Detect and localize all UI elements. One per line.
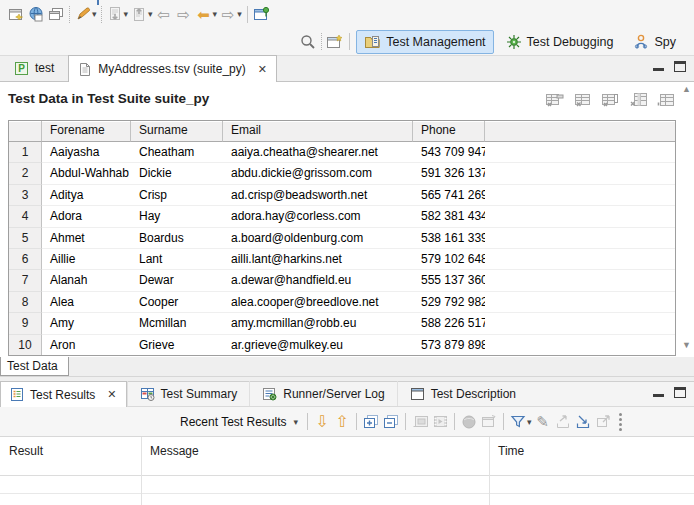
data-cell[interactable]: Abdul-Wahhab (42, 163, 131, 184)
row-number-cell[interactable]: 2 (9, 163, 42, 184)
forward-edit-location-icon[interactable]: ⇨ (174, 4, 194, 24)
data-cell[interactable]: Boardus (131, 228, 223, 249)
data-cell[interactable]: Grieve (131, 335, 223, 356)
data-cell[interactable] (485, 335, 675, 356)
tab-runner-server-log[interactable]: Runner/Server Log (249, 381, 396, 406)
table-row[interactable]: 3AdityaCrispad.crisp@beadsworth.net565 7… (9, 185, 675, 206)
dropdown-caret-icon[interactable]: ▾ (92, 9, 97, 19)
data-cell[interactable] (485, 142, 675, 163)
data-cell[interactable]: Mcmillan (131, 313, 223, 334)
data-cell[interactable] (485, 313, 675, 334)
search-icon[interactable] (298, 32, 318, 52)
overflow-handle-icon[interactable] (619, 413, 622, 431)
editor-tab-myaddresses[interactable]: MyAddresses.tsv (suite_py) ✕ (68, 55, 277, 82)
globe-icon[interactable] (459, 412, 479, 432)
data-cell[interactable]: a.board@oldenburg.com (223, 228, 413, 249)
new-window-icon[interactable] (479, 412, 499, 432)
column-header[interactable]: Phone (413, 121, 485, 142)
web-browser-icon[interactable] (26, 4, 46, 24)
table-row[interactable]: 2Abdul-WahhabDickieabdu.dickie@grissom.c… (9, 163, 675, 184)
import-icon[interactable] (573, 412, 593, 432)
close-icon[interactable]: ✕ (258, 63, 267, 76)
data-cell[interactable]: Aillie (42, 249, 131, 270)
row-number-cell[interactable]: 9 (9, 313, 42, 334)
editor-tab-test[interactable]: P test (0, 55, 68, 81)
data-cell[interactable]: Ahmet (42, 228, 131, 249)
data-cell[interactable]: Cooper (131, 292, 223, 313)
tab-test-description[interactable]: Test Description (397, 381, 528, 406)
filter-icon[interactable] (508, 412, 528, 432)
data-cell[interactable]: Aaiyasha (42, 142, 131, 163)
edit-pencil-icon[interactable]: ✎ (533, 412, 553, 432)
back-history-icon[interactable]: ⬅ (194, 4, 214, 24)
data-cell[interactable]: 573 879 8988 (413, 335, 485, 356)
data-cell[interactable] (485, 292, 675, 313)
data-cell[interactable]: 529 792 9823 (413, 292, 485, 313)
checkout-document-icon[interactable] (129, 4, 149, 24)
next-result-icon[interactable]: ⇩ (312, 412, 332, 432)
data-cell[interactable]: ad.crisp@beadsworth.net (223, 185, 413, 206)
minimize-icon[interactable] (653, 388, 664, 397)
data-cell[interactable]: 543 709 9479 (413, 142, 485, 163)
minimize-icon[interactable] (653, 62, 664, 71)
data-cell[interactable]: 591 326 1378 (413, 163, 485, 184)
table-row[interactable]: 9AmyMcmillanamy.mcmillan@robb.eu588 226 … (9, 313, 675, 334)
tab-test-results[interactable]: Test Results ✕ (0, 381, 127, 407)
row-number-cell[interactable]: 10 (9, 335, 42, 356)
data-cell[interactable] (485, 163, 675, 184)
sheet-tab-test-data[interactable]: Test Data (0, 357, 69, 376)
perspective-spy[interactable]: Spy (625, 30, 684, 54)
open-external-icon[interactable] (593, 412, 613, 432)
data-cell[interactable]: Aditya (42, 185, 131, 206)
data-cell[interactable]: a.dewar@handfield.eu (223, 270, 413, 291)
window-cascade-icon[interactable] (46, 4, 66, 24)
column-header[interactable]: Time (489, 437, 694, 475)
dropdown-caret-icon[interactable]: ▾ (527, 417, 532, 427)
expand-all-icon[interactable] (361, 412, 381, 432)
empty-result-row[interactable] (0, 494, 694, 505)
column-header[interactable]: Forename (42, 121, 131, 142)
video-icon[interactable] (430, 412, 450, 432)
screenshot-icon[interactable] (410, 412, 430, 432)
row-number-cell[interactable]: 5 (9, 228, 42, 249)
tab-test-summary[interactable]: Test Summary (127, 381, 250, 406)
export-icon[interactable] (553, 412, 573, 432)
dropdown-caret-icon[interactable]: ▾ (213, 9, 218, 19)
previous-result-icon[interactable]: ⇧ (332, 412, 352, 432)
row-number-cell[interactable]: 6 (9, 249, 42, 270)
recent-results-dropdown[interactable]: Recent Test Results ▾ (176, 413, 303, 431)
new-wizard-icon[interactable] (6, 4, 26, 24)
data-cell[interactable]: 555 137 3609 (413, 270, 485, 291)
data-cell[interactable] (485, 249, 675, 270)
row-number-cell[interactable]: 7 (9, 270, 42, 291)
close-icon[interactable]: ✕ (107, 388, 116, 401)
new-window-pin-icon[interactable] (252, 4, 272, 24)
data-cell[interactable]: ailli.lant@harkins.net (223, 249, 413, 270)
table-row[interactable]: 10AronGrievear.grieve@mulkey.eu573 879 8… (9, 335, 675, 356)
data-cell[interactable]: 565 741 2692 (413, 185, 485, 206)
column-header[interactable]: Message (141, 437, 489, 475)
row-number-cell[interactable]: 3 (9, 185, 42, 206)
data-cell[interactable]: amy.mcmillan@robb.eu (223, 313, 413, 334)
data-cell[interactable]: 538 161 3394 (413, 228, 485, 249)
scroll-up-icon[interactable]: ▲ (682, 84, 691, 94)
open-perspective-icon[interactable] (325, 32, 345, 52)
dropdown-caret-icon[interactable]: ▾ (148, 9, 153, 19)
data-cell[interactable]: Alea (42, 292, 131, 313)
data-cell[interactable] (485, 185, 675, 206)
table-row[interactable]: 6AillieLantailli.lant@harkins.net579 102… (9, 249, 675, 270)
data-cell[interactable]: Alanah (42, 270, 131, 291)
forward-history-icon[interactable]: ⇨ (218, 4, 238, 24)
scroll-down-icon[interactable]: ▼ (682, 340, 691, 350)
table-column-delete-icon[interactable] (629, 92, 648, 111)
maximize-icon[interactable] (674, 61, 686, 72)
data-cell[interactable]: Lant (131, 249, 223, 270)
back-edit-location-icon[interactable]: ⇦ (154, 4, 174, 24)
data-cell[interactable]: Dewar (131, 270, 223, 291)
empty-result-row[interactable] (0, 476, 694, 494)
column-header[interactable]: Email (223, 121, 413, 142)
pen-marker-icon[interactable] (73, 4, 93, 24)
data-cell[interactable]: Dickie (131, 163, 223, 184)
table-row[interactable]: 1AaiyashaCheathamaaiya.cheatha@shearer.n… (9, 142, 675, 163)
data-cell[interactable]: Cheatham (131, 142, 223, 163)
